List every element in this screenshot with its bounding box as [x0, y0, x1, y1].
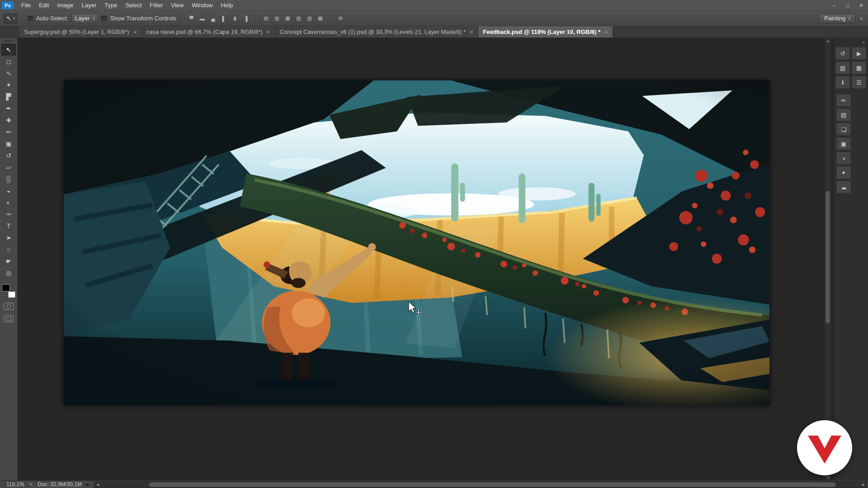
path-selection-tool[interactable]: ➤ [1, 232, 16, 244]
options-bar: ↖ ▾ Auto-Select: Layer ▴ ▾ Show Transfor… [0, 11, 868, 26]
rectangular-marquee-tool[interactable]: ◻ [1, 56, 16, 67]
brush-panel-icon[interactable]: ✏ [836, 94, 851, 107]
menu-edit[interactable]: Edit [35, 0, 53, 11]
close-icon[interactable]: × [470, 28, 473, 36]
move-tool[interactable]: ↖ [1, 44, 16, 56]
distribute-left-edges-icon[interactable]: ▧ [293, 14, 304, 23]
close-icon[interactable]: × [133, 28, 137, 36]
auto-select-checkbox[interactable] [28, 16, 33, 21]
collapse-chevron-icon[interactable]: « [859, 15, 864, 22]
distribute-vertical-centers-icon[interactable]: ▥ [272, 14, 282, 23]
workspace-switcher[interactable]: Painting ▴ ▾ [819, 14, 855, 23]
history-panel-icon[interactable]: ↺ [835, 47, 850, 60]
tab-casa-nieve[interactable]: casa nieve.psd @ 66,7% (Capa 19, RGB/8*)… [142, 26, 275, 38]
clone-stamp-tool[interactable]: ▣ [1, 138, 16, 150]
align-horizontal-centers-icon[interactable]: ▮ [230, 14, 240, 23]
auto-select-target-dropdown[interactable]: Layer ▴ ▾ [71, 14, 99, 23]
scroll-up-icon[interactable]: ▲ [825, 38, 831, 44]
info-panel-icon[interactable]: ℹ [835, 76, 850, 89]
scroll-left-icon[interactable]: ◀ [94, 483, 101, 487]
adjustments-panel-icon[interactable]: ◑ [836, 152, 851, 164]
quick-mask-button[interactable] [4, 303, 14, 310]
dodge-tool[interactable]: ◐ [1, 197, 16, 208]
align-right-edges-icon[interactable]: ▐ [241, 14, 251, 23]
dropdown-value: Layer [75, 15, 90, 22]
show-transform-checkbox[interactable] [101, 16, 107, 21]
hand-tool[interactable]: ☛ [1, 255, 16, 267]
gradient-tool[interactable]: ▒ [1, 173, 16, 185]
menu-select[interactable]: Select [121, 0, 146, 11]
blur-tool[interactable]: ◒ [1, 185, 16, 197]
layers-panel-icon[interactable]: ❏ [836, 123, 851, 136]
distribute-right-edges-icon[interactable]: ▩ [315, 14, 326, 23]
distribute-top-edges-icon[interactable]: ▤ [261, 14, 271, 23]
align-vertical-centers-icon[interactable]: ▬ [197, 14, 208, 23]
tab-concept-cavernicolas[interactable]: Concept Cavernicolas_v6 (1).psd @ 33,3% … [275, 26, 479, 38]
vertical-scrollbar-thumb[interactable] [826, 191, 830, 324]
type-tool[interactable]: T [1, 220, 16, 232]
brush-presets-panel-icon[interactable]: ▤ [836, 108, 851, 121]
menu-image[interactable]: Image [53, 0, 77, 11]
chevron-down-icon: ▾ [13, 16, 15, 20]
red-chevron-icon [797, 420, 852, 475]
canvas-document[interactable] [64, 80, 769, 405]
align-top-edges-icon[interactable]: ▀ [186, 14, 197, 23]
align-left-edges-icon[interactable]: ▌ [219, 14, 229, 23]
eyedropper-tool[interactable]: ✒ [1, 103, 16, 114]
menu-layer[interactable]: Layer [78, 0, 101, 11]
distribute-horizontal-centers-icon[interactable]: ▨ [304, 14, 315, 23]
align-bottom-edges-icon[interactable]: ▄ [208, 14, 218, 23]
menu-filter[interactable]: Filter [146, 0, 167, 11]
status-flyout-icon[interactable]: ▶ [86, 482, 90, 487]
history-brush-tool[interactable]: ↺ [1, 150, 16, 161]
pen-tool[interactable]: ✑ [1, 208, 16, 220]
horizontal-scrollbar-thumb[interactable] [149, 482, 836, 487]
vertical-scrollbar[interactable]: ▲ ▼ [824, 38, 831, 480]
tab-superguy[interactable]: Superguy.psd @ 50% (Layer 1, RGB/8*) × [19, 26, 142, 38]
close-icon[interactable]: × [604, 28, 608, 36]
foreground-color-swatch[interactable] [2, 284, 10, 291]
expand-panels-icon[interactable]: « [859, 39, 868, 46]
panel-icon-group-side: ✏ ▤ ❏ ▣ ◑ ✦ ☁ [836, 94, 868, 193]
tab-feedback[interactable]: Feedback.psd @ 118% (Layer 10, RGB/8) * … [478, 26, 613, 38]
creative-cloud-icon[interactable]: ☁ [836, 181, 851, 193]
menu-view[interactable]: View [167, 0, 188, 11]
canvas-pasteboard[interactable]: ▲ ▼ [18, 38, 833, 480]
styles-panel-icon[interactable]: ✦ [836, 166, 851, 179]
tool-preset-picker[interactable]: ↖ ▾ [4, 13, 18, 24]
horizontal-scrollbar[interactable]: ◀ ▶ [94, 481, 867, 488]
crop-tool[interactable]: ▛ [1, 91, 16, 103]
close-button[interactable]: ✕ [854, 0, 868, 10]
distribute-bottom-edges-icon[interactable]: ▦ [283, 14, 293, 23]
color-panel-icon[interactable]: ▧ [835, 61, 850, 74]
quick-selection-tool[interactable]: ✦ [1, 79, 16, 91]
document-tab-bar: Superguy.psd @ 50% (Layer 1, RGB/8*) × c… [0, 26, 868, 38]
panel-grip[interactable] [5, 40, 13, 42]
restore-button[interactable]: □ [841, 0, 854, 10]
auto-select-label: Auto-Select: [36, 15, 68, 22]
menu-help[interactable]: Help [217, 0, 237, 11]
menu-file[interactable]: File [17, 0, 35, 11]
scroll-right-icon[interactable]: ▶ [860, 483, 867, 487]
brush-tool[interactable]: ✏ [1, 126, 16, 138]
zoom-level-field[interactable]: 118,1% [6, 481, 24, 488]
photoshop-window: Ps File Edit Image Layer Type Select Fil… [0, 0, 868, 488]
background-color-swatch[interactable] [8, 291, 15, 298]
tab-title: Superguy.psd @ 50% (Layer 1, RGB/8*) [24, 28, 129, 35]
eraser-tool[interactable]: ▱ [1, 161, 16, 173]
menu-type[interactable]: Type [100, 0, 121, 11]
lasso-tool[interactable]: ∿ [1, 67, 16, 79]
healing-brush-tool[interactable]: ✚ [1, 114, 16, 126]
ellipse-tool[interactable]: ○ [1, 244, 16, 255]
screen-mode-button[interactable] [4, 315, 14, 322]
actions-panel-icon[interactable]: ▶ [852, 47, 866, 60]
properties-panel-icon[interactable]: ☰ [852, 76, 866, 89]
zoom-tool[interactable]: ◎ [1, 267, 16, 279]
menu-window[interactable]: Window [188, 0, 217, 11]
watermark-logo [797, 420, 852, 475]
minimize-button[interactable]: – [827, 0, 841, 10]
close-icon[interactable]: × [267, 28, 270, 36]
auto-align-layers-icon[interactable]: ⊞ [335, 14, 346, 23]
swatches-panel-icon[interactable]: ▦ [852, 61, 866, 74]
channels-panel-icon[interactable]: ▣ [836, 137, 851, 150]
